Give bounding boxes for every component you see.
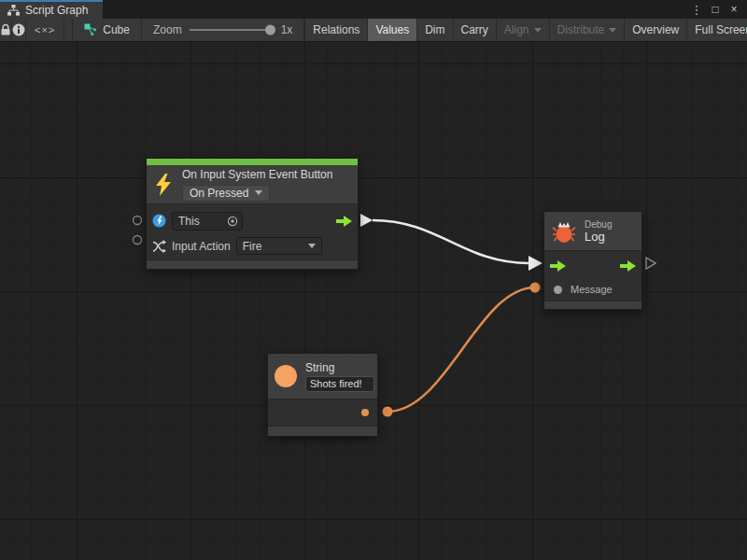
event-node-accent-strip xyxy=(147,159,358,165)
debug-flow-in-port[interactable] xyxy=(550,260,566,272)
zoom-label: Zoom xyxy=(153,23,182,36)
event-node-header[interactable]: On Input System Event Button On Pressed xyxy=(147,165,358,204)
carry-button[interactable]: Carry xyxy=(453,19,496,41)
event-node-footer xyxy=(147,259,358,269)
string-type-icon xyxy=(275,365,297,387)
graph-icon xyxy=(7,5,20,16)
menu-icon[interactable]: ⋮ xyxy=(689,3,704,17)
string-output-port[interactable] xyxy=(361,409,369,416)
overview-button[interactable]: Overview xyxy=(624,19,686,41)
object-picker-icon[interactable] xyxy=(227,216,238,227)
event-mode-value: On Pressed xyxy=(190,187,248,200)
lock-icon xyxy=(0,23,11,36)
message-port-label: Message xyxy=(571,284,613,295)
input-action-label: Input Action xyxy=(172,240,231,253)
debug-flow-out-port[interactable] xyxy=(620,260,636,272)
graph-toolbar: <×> Cube Zoom 1x Relations Values Dim xyxy=(0,19,747,42)
value-connection-end-dot[interactable] xyxy=(530,283,541,293)
toolbar-buttons: Relations Values Dim Carry Align Distrib… xyxy=(304,19,747,41)
input-action-value: Fire xyxy=(243,240,262,253)
distribute-button: Distribute xyxy=(549,19,625,41)
graph-owner-icon xyxy=(84,23,97,36)
zoom-value: 1x xyxy=(281,23,293,36)
flow-connection[interactable] xyxy=(373,220,529,263)
this-port-row: This xyxy=(152,208,352,233)
bug-icon xyxy=(552,219,576,244)
chevron-down-icon xyxy=(308,244,316,248)
info-icon xyxy=(12,23,25,36)
value-connection-start-dot[interactable] xyxy=(383,407,393,417)
event-this-port-ring[interactable] xyxy=(134,217,142,225)
value-connection[interactable] xyxy=(388,287,535,412)
string-node-header[interactable]: String Shots fired! xyxy=(268,354,377,399)
debug-flow-out-port-triangle[interactable] xyxy=(646,258,655,269)
tab-script-graph[interactable]: Script Graph xyxy=(0,0,103,19)
event-node-body: This xyxy=(147,204,358,259)
debug-node-header[interactable]: Debug Log xyxy=(544,212,641,251)
string-node-body xyxy=(268,399,377,426)
debug-node-category: Debug xyxy=(585,219,612,230)
tab-label: Script Graph xyxy=(25,4,88,17)
gameobject-self-icon xyxy=(152,214,166,228)
script-graph-window: Script Graph ⋮ □ × xyxy=(0,0,747,560)
chevron-down-icon xyxy=(255,190,262,195)
debug-node-body: Message xyxy=(544,251,641,301)
graph-context[interactable]: Cube xyxy=(72,19,142,41)
values-button[interactable]: Values xyxy=(367,19,416,41)
lock-button[interactable] xyxy=(0,19,12,41)
chevron-down-icon xyxy=(534,28,542,33)
debug-log-node[interactable]: Debug Log xyxy=(543,211,642,310)
this-field-value: This xyxy=(178,215,200,228)
relations-button[interactable]: Relations xyxy=(304,19,367,41)
event-node[interactable]: On Input System Event Button On Pressed xyxy=(146,158,359,270)
string-node[interactable]: String Shots fired! xyxy=(267,353,378,437)
graph-canvas[interactable]: On Input System Event Button On Pressed xyxy=(0,42,747,560)
string-node-title: String xyxy=(305,361,374,374)
string-value-field[interactable]: Shots fired! xyxy=(305,376,374,392)
lightning-bolt-icon xyxy=(154,174,173,196)
info-button[interactable] xyxy=(12,19,26,41)
align-label: Align xyxy=(504,23,529,36)
event-node-title: On Input System Event Button xyxy=(182,168,332,181)
dim-button[interactable]: Dim xyxy=(416,19,452,41)
debug-flow-row xyxy=(550,254,636,278)
code-view-button[interactable]: <×> xyxy=(26,19,64,41)
this-object-field[interactable]: This xyxy=(172,212,243,231)
flow-connection-start-arrow[interactable] xyxy=(360,214,373,227)
distribute-label: Distribute xyxy=(557,23,605,36)
string-node-footer xyxy=(268,426,377,436)
align-button: Align xyxy=(496,19,549,41)
window-controls: ⋮ □ × xyxy=(689,0,747,19)
zoom-slider[interactable] xyxy=(190,29,274,31)
event-flow-out-port[interactable] xyxy=(336,216,352,227)
flow-connection-end-arrow[interactable] xyxy=(529,256,543,271)
maximize-icon[interactable]: □ xyxy=(708,3,723,16)
event-inputaction-port-ring[interactable] xyxy=(134,236,142,245)
message-port-row: Message xyxy=(550,278,636,301)
zoom-control: Zoom 1x xyxy=(142,19,304,41)
graph-context-label: Cube xyxy=(103,23,130,36)
input-action-dropdown[interactable]: Fire xyxy=(236,237,322,255)
fullscreen-button[interactable]: Full Screen xyxy=(686,19,747,41)
debug-node-footer xyxy=(544,301,641,309)
chevron-down-icon xyxy=(609,28,616,33)
input-action-row: Input Action Fire xyxy=(152,233,352,259)
event-mode-dropdown[interactable]: On Pressed xyxy=(182,185,270,202)
tab-bar: Script Graph ⋮ □ × xyxy=(0,0,747,19)
close-icon[interactable]: × xyxy=(726,3,741,16)
zoom-slider-handle[interactable] xyxy=(265,25,275,35)
message-port-dot[interactable] xyxy=(554,286,562,294)
input-action-icon xyxy=(152,240,166,253)
debug-node-title: Log xyxy=(585,230,612,244)
